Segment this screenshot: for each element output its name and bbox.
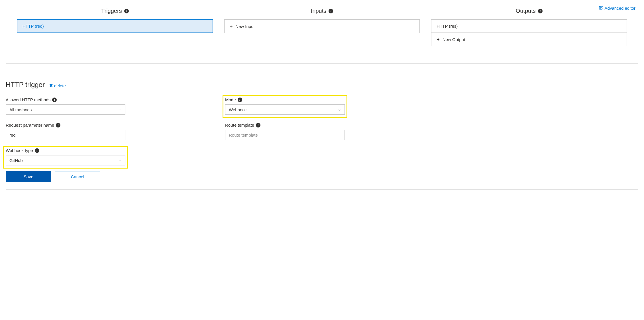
cancel-button[interactable]: Cancel <box>55 171 100 182</box>
route-template-label: Route template <box>225 123 254 127</box>
info-icon[interactable] <box>35 148 39 153</box>
cancel-button-label: Cancel <box>71 174 84 179</box>
webhook-type-highlight: Webhook type GitHub <box>3 146 128 169</box>
info-icon[interactable] <box>238 98 242 102</box>
section-divider <box>6 63 638 64</box>
request-param-label: Request parameter name <box>6 123 54 127</box>
webhook-type-select[interactable]: GitHub <box>6 155 125 165</box>
info-icon[interactable] <box>56 123 60 127</box>
detail-title: HTTP trigger <box>6 81 45 89</box>
allowed-methods-field: Allowed HTTP methods All methods <box>6 97 125 115</box>
allowed-methods-value: All methods <box>9 107 32 112</box>
trigger-item-http-req[interactable]: HTTP (req) <box>17 19 213 33</box>
webhook-type-value: GitHub <box>9 158 23 163</box>
plus-icon: + <box>230 24 233 29</box>
triggers-header: Triggers <box>101 8 129 14</box>
outputs-header: Outputs <box>516 8 543 14</box>
chevron-down-icon <box>118 159 122 162</box>
mode-value: Webhook <box>229 107 247 112</box>
outputs-column: Outputs HTTP (res) + New Output <box>431 8 627 46</box>
chevron-down-icon <box>338 108 341 111</box>
request-param-input[interactable] <box>6 130 125 140</box>
triggers-header-label: Triggers <box>101 8 122 14</box>
bindings-columns: Triggers HTTP (req) Inputs + New Input O… <box>6 8 638 46</box>
delete-trigger-link[interactable]: ✖ delete <box>49 83 66 88</box>
bottom-divider <box>6 189 638 190</box>
save-button[interactable]: Save <box>6 171 51 182</box>
info-icon[interactable] <box>52 98 57 102</box>
trigger-item-label: HTTP (req) <box>23 24 44 29</box>
inputs-header-label: Inputs <box>311 8 326 14</box>
save-button-label: Save <box>24 174 33 179</box>
delete-label: delete <box>54 83 66 88</box>
allowed-methods-select[interactable]: All methods <box>6 104 125 115</box>
allowed-methods-label: Allowed HTTP methods <box>6 97 50 102</box>
route-template-field: Route template <box>225 123 345 140</box>
route-template-input[interactable] <box>225 130 345 140</box>
chevron-down-icon <box>118 108 122 111</box>
new-output-label: New Output <box>443 37 465 42</box>
close-icon: ✖ <box>49 83 53 88</box>
info-icon[interactable] <box>538 9 543 13</box>
webhook-type-label: Webhook type <box>6 148 33 153</box>
new-output-button[interactable]: + New Output <box>431 33 627 46</box>
output-item-label: HTTP (res) <box>437 24 458 29</box>
mode-field: Mode Webhook <box>225 97 345 115</box>
outputs-header-label: Outputs <box>516 8 536 14</box>
output-item-http-res[interactable]: HTTP (res) <box>431 19 627 33</box>
inputs-header: Inputs <box>311 8 333 14</box>
request-param-field: Request parameter name <box>6 123 125 140</box>
new-input-label: New Input <box>235 24 255 29</box>
mode-highlight: Mode Webhook <box>223 95 347 118</box>
triggers-column: Triggers HTTP (req) <box>17 8 213 46</box>
new-input-button[interactable]: + New Input <box>224 19 420 33</box>
info-icon[interactable] <box>124 9 129 13</box>
info-icon[interactable] <box>329 9 333 13</box>
mode-label: Mode <box>225 97 236 102</box>
inputs-column: Inputs + New Input <box>224 8 420 46</box>
plus-icon: + <box>437 37 440 42</box>
mode-select[interactable]: Webhook <box>225 104 345 115</box>
webhook-type-field: Webhook type GitHub <box>6 148 125 165</box>
trigger-form: Allowed HTTP methods All methods Mode We… <box>6 97 638 165</box>
info-icon[interactable] <box>256 123 260 127</box>
